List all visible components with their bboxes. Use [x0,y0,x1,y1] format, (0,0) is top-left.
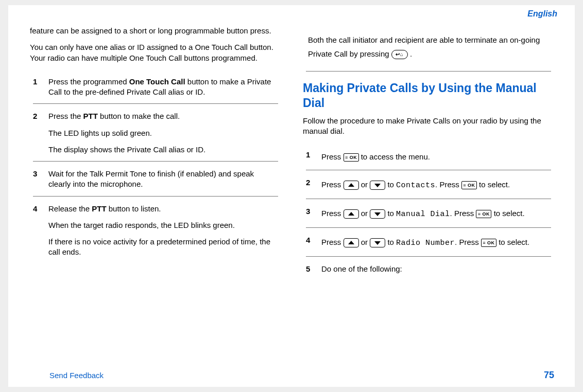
menu-ok-icon [476,210,491,218]
step-number: 2 [306,177,321,197]
text: or [361,180,370,189]
text: to access the menu. [361,152,430,161]
step-number: 4 [33,204,48,262]
right-column: Both the call initiator and recipient ar… [303,26,554,280]
step-item: Both the call initiator and recipient ar… [306,26,551,67]
step-item: 1 Press to access the menu. [306,142,551,170]
step-body: Press or to Manual Dial. Press to select… [321,206,551,225]
step-body: Wait for the Talk Permit Tone to finish … [48,169,278,194]
text: Press [321,209,344,218]
step-text: Press or to Manual Dial. Press to select… [321,206,551,221]
text: Both the call initiator and recipient ar… [308,35,540,58]
text: Press the programmed [48,77,129,86]
page-footer: Send Feedback 75 [49,370,554,381]
step-number: 5 [306,264,321,278]
step-item: 3 Press or to Manual Dial. Press to sele… [306,199,551,227]
back-home-icon [391,50,408,59]
menu-ok-icon [344,153,359,162]
step-item: 3 Wait for the Talk Permit Tone to finis… [33,161,278,196]
menu-ok-icon [481,239,496,247]
send-feedback-link[interactable]: Send Feedback [49,371,104,380]
right-steps: 1 Press to access the menu. 2 Pr [303,142,554,280]
text: to [387,180,396,189]
menu-option: Contacts [396,181,435,190]
bold-text: PTT [92,204,106,213]
step-number: 1 [33,77,48,102]
text: to [387,238,396,246]
text: . Press [450,209,476,218]
step-number: 2 [33,111,48,159]
page-number: 75 [544,370,554,381]
arrow-down-icon [370,238,385,247]
text: or [361,238,370,246]
menu-ok-icon [461,181,477,189]
text: to select. [479,180,510,189]
arrow-up-icon [344,238,359,247]
step-text: Press to access the menu. [321,150,551,164]
text: . Press [435,180,461,189]
right-top-continuation: Both the call initiator and recipient ar… [303,26,554,72]
step-text: Both the call initiator and recipient ar… [308,33,551,61]
text: Press [321,152,344,161]
text: . Press [455,238,481,246]
step-number: 3 [33,169,48,194]
content-columns: feature can be assigned to a short or lo… [30,26,554,280]
step-body: Press the programmed One Touch Call butt… [48,77,278,102]
text: Press [321,180,344,189]
text: Press [321,238,344,246]
text: to select. [494,209,525,218]
step-item: 2 Press the PTT button to make the call.… [33,103,278,161]
text: to select. [499,238,529,246]
step-body: Press to access the menu. [321,150,551,168]
step-body: Press the PTT button to make the call. T… [48,111,278,159]
text: Press the [48,112,83,120]
intro-paragraph: feature can be assigned to a short or lo… [30,26,281,36]
step-number: 3 [306,206,321,225]
text: or [361,209,370,218]
arrow-down-icon [370,181,385,190]
step-text: If there is no voice activity for a pred… [48,237,278,258]
text: to [387,209,396,218]
step-text: Wait for the Talk Permit Tone to finish … [48,169,278,190]
arrow-up-icon [344,209,359,219]
intro-paragraph: You can only have one alias or ID assign… [30,42,281,63]
step-text: Release the PTT button to listen. [48,204,278,214]
bold-text: One Touch Call [129,77,185,86]
step-body: Release the PTT button to listen. When t… [48,204,278,262]
step-text: The LED lights up solid green. [48,128,278,138]
step-item: 1 Press the programmed One Touch Call bu… [33,69,278,104]
step-item: 4 Release the PTT button to listen. When… [33,196,278,264]
text: button to listen. [107,204,161,213]
step-text: Press or to Radio Number. Press to selec… [321,235,551,250]
step-text: Do one of the following: [321,264,551,274]
section-heading: Making Private Calls by Using the Manual… [303,81,554,111]
step-body: Do one of the following: [321,264,551,278]
step-text: The display shows the Private Call alias… [48,145,278,155]
step-body: Both the call initiator and recipient ar… [306,33,551,65]
step-item: 5 Do one of the following: [306,256,551,280]
step-item: 2 Press or to Contacts. Press to select. [306,170,551,199]
page-language-header: English [30,9,557,19]
step-body: Press or to Radio Number. Press to selec… [321,235,551,254]
step-text: When the target radio responds, the LED … [48,220,278,230]
text: . [410,49,412,58]
step-text: Press the programmed One Touch Call butt… [48,77,278,98]
menu-option: Manual Dial [396,210,450,219]
text: button to make the call. [98,112,180,120]
left-steps: 1 Press the programmed One Touch Call bu… [30,69,281,264]
step-item: 4 Press or to Radio Number. Press to sel… [306,227,551,256]
manual-page: English feature can be assigned to a sho… [8,5,575,387]
text: Release the [48,204,92,213]
section-intro: Follow the procedure to make Private Cal… [303,116,554,137]
left-column: feature can be assigned to a short or lo… [30,26,281,280]
arrow-down-icon [370,209,385,219]
section-divider [306,71,551,72]
step-text: Press the PTT button to make the call. [48,111,278,121]
step-number: 1 [306,150,321,168]
step-body: Press or to Contacts. Press to select. [321,177,551,197]
menu-option: Radio Number [396,239,455,247]
arrow-up-icon [344,181,359,190]
step-number: 4 [306,235,321,254]
step-text: Press or to Contacts. Press to select. [321,177,551,192]
bold-text: PTT [83,112,98,120]
